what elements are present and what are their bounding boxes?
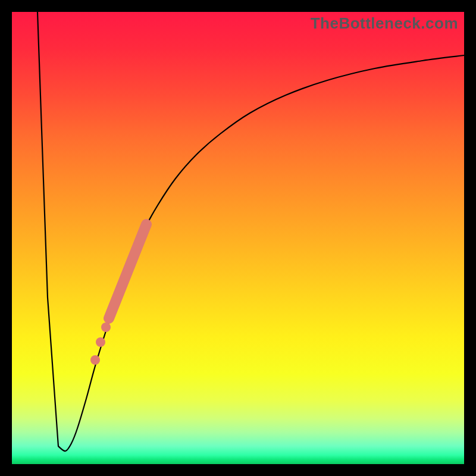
highlight-dot (101, 322, 111, 332)
highlight-dot (90, 355, 100, 365)
highlight-dots (90, 322, 111, 365)
chart-frame: TheBottleneck.com (0, 0, 476, 476)
bottleneck-curve (37, 12, 464, 451)
plot-area: TheBottleneck.com (12, 12, 464, 464)
curve-layer (12, 12, 464, 464)
highlight-dot (96, 337, 105, 347)
highlight-segment (102, 217, 153, 325)
